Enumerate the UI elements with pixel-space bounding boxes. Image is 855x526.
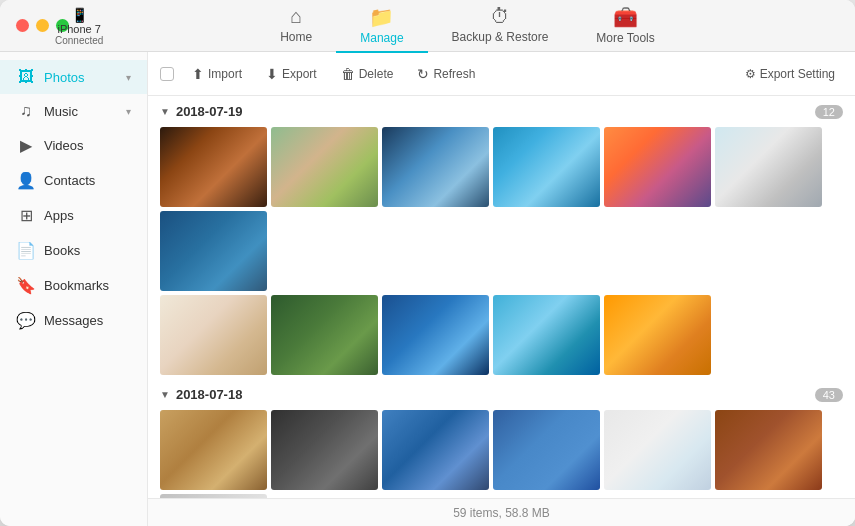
manage-icon: 📁 [369,5,394,29]
export-button[interactable]: ⬇ Export [256,61,327,87]
photo-thumb[interactable] [382,295,489,375]
music-label: Music [44,104,118,119]
device-icon: 📱 [71,6,88,22]
export-label: Export [282,67,317,81]
date-header-1: ▼ 2018-07-19 12 [160,104,843,119]
content-area: ⬆ Import ⬇ Export 🗑 Delete ↻ Refresh [148,52,855,526]
sidebar-item-videos[interactable]: ▶ Videos [0,128,147,163]
date-label-2: 2018-07-18 [176,387,243,402]
tab-home-label: Home [280,30,312,44]
contacts-icon: 👤 [16,171,36,190]
select-all-checkbox[interactable] [160,67,174,81]
photo-grid-2-row1 [160,410,843,498]
photo-thumb[interactable] [604,295,711,375]
tab-tools-label: More Tools [596,31,654,45]
import-icon: ⬆ [192,66,204,82]
refresh-label: Refresh [433,67,475,81]
apps-icon: ⊞ [16,206,36,225]
date-section-2018-07-19: ▼ 2018-07-19 12 [160,104,843,375]
sidebar-item-books[interactable]: 📄 Books [0,233,147,268]
collapse-arrow-2[interactable]: ▼ [160,389,170,400]
photos-arrow: ▾ [126,72,131,83]
import-button[interactable]: ⬆ Import [182,61,252,87]
date-section-2018-07-18: ▼ 2018-07-18 43 [160,387,843,498]
tools-icon: 🧰 [613,5,638,29]
videos-label: Videos [44,138,131,153]
tab-manage-label: Manage [360,31,403,45]
status-bar: 59 items, 58.8 MB [148,498,855,526]
photo-thumb[interactable] [604,410,711,490]
photos-label: Photos [44,70,118,85]
toolbar-right: ⚙ Export Setting [737,62,843,86]
app-window: 📱 iPhone 7 Connected ⌂ Home 📁 Manage ⏱ B… [0,0,855,526]
gear-icon: ⚙ [745,67,756,81]
photo-thumb[interactable] [271,127,378,207]
tab-home[interactable]: ⌂ Home [256,0,336,52]
refresh-icon: ↻ [417,66,429,82]
date-label-1: 2018-07-19 [176,104,243,119]
photo-grid-1-row1 [160,127,843,291]
sidebar-item-contacts[interactable]: 👤 Contacts [0,163,147,198]
photo-thumb[interactable] [160,127,267,207]
export-setting-button[interactable]: ⚙ Export Setting [737,62,843,86]
photo-thumb[interactable] [160,295,267,375]
videos-icon: ▶ [16,136,36,155]
tab-manage[interactable]: 📁 Manage [336,0,427,53]
bookmarks-icon: 🔖 [16,276,36,295]
date-header-2: ▼ 2018-07-18 43 [160,387,843,402]
photo-thumb[interactable] [493,410,600,490]
refresh-button[interactable]: ↻ Refresh [407,61,485,87]
export-setting-label: Export Setting [760,67,835,81]
tab-backup-label: Backup & Restore [452,30,549,44]
messages-label: Messages [44,313,131,328]
photos-icon: 🖼 [16,68,36,86]
sidebar: 🖼 Photos ▾ ♫ Music ▾ ▶ Videos 👤 Contacts… [0,52,148,526]
sidebar-item-music[interactable]: ♫ Music ▾ [0,94,147,128]
photo-area[interactable]: ▼ 2018-07-19 12 [148,96,855,498]
sidebar-item-apps[interactable]: ⊞ Apps [0,198,147,233]
tab-tools[interactable]: 🧰 More Tools [572,0,678,53]
photo-thumb[interactable] [715,127,822,207]
messages-icon: 💬 [16,311,36,330]
import-label: Import [208,67,242,81]
minimize-button[interactable] [36,19,49,32]
close-button[interactable] [16,19,29,32]
photo-thumb[interactable] [271,295,378,375]
photo-thumb[interactable] [160,410,267,490]
checkbox-box[interactable] [160,67,174,81]
nav-tabs: ⌂ Home 📁 Manage ⏱ Backup & Restore 🧰 Mor… [96,0,839,53]
photo-thumb[interactable] [715,410,822,490]
photo-grid-1-row2 [160,295,843,375]
photo-thumb[interactable] [382,410,489,490]
toolbar: ⬆ Import ⬇ Export 🗑 Delete ↻ Refresh [148,52,855,96]
collapse-arrow-1[interactable]: ▼ [160,106,170,117]
sidebar-item-photos[interactable]: 🖼 Photos ▾ [0,60,147,94]
delete-button[interactable]: 🗑 Delete [331,61,404,87]
date-count-2: 43 [815,388,843,402]
books-label: Books [44,243,131,258]
sidebar-item-bookmarks[interactable]: 🔖 Bookmarks [0,268,147,303]
photo-thumb[interactable] [604,127,711,207]
date-count-1: 12 [815,105,843,119]
sidebar-item-messages[interactable]: 💬 Messages [0,303,147,338]
backup-icon: ⏱ [490,5,510,28]
device-status: Connected [55,34,103,45]
delete-icon: 🗑 [341,66,355,82]
photo-thumb[interactable] [271,410,378,490]
music-icon: ♫ [16,102,36,120]
delete-label: Delete [359,67,394,81]
status-text: 59 items, 58.8 MB [453,506,550,520]
contacts-label: Contacts [44,173,131,188]
device-info: 📱 iPhone 7 Connected [55,6,103,45]
device-name: iPhone 7 [57,22,100,34]
photo-thumb[interactable] [493,295,600,375]
titlebar: 📱 iPhone 7 Connected ⌂ Home 📁 Manage ⏱ B… [0,0,855,52]
export-icon: ⬇ [266,66,278,82]
bookmarks-label: Bookmarks [44,278,131,293]
main-content: 🖼 Photos ▾ ♫ Music ▾ ▶ Videos 👤 Contacts… [0,52,855,526]
photo-thumb[interactable] [382,127,489,207]
books-icon: 📄 [16,241,36,260]
tab-backup[interactable]: ⏱ Backup & Restore [428,0,573,52]
photo-thumb[interactable] [160,211,267,291]
photo-thumb[interactable] [493,127,600,207]
